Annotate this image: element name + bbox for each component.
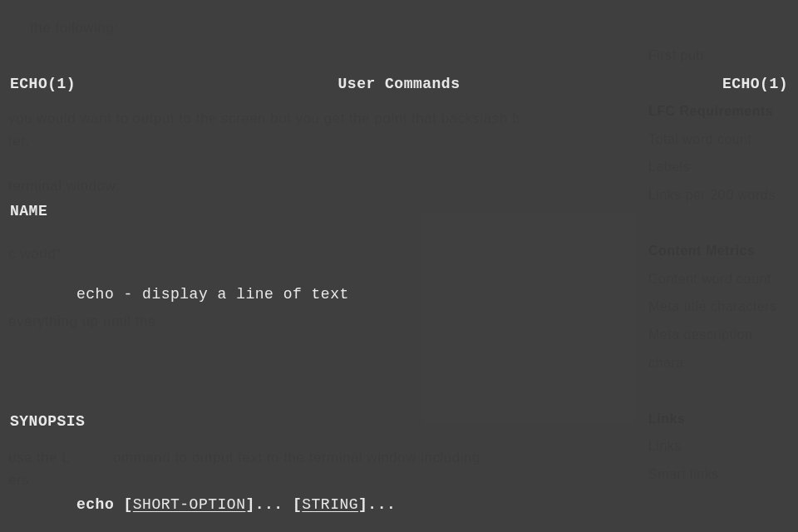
- synopsis-echo-label: echo [: [76, 496, 133, 513]
- manpage-header-left: ECHO(1): [10, 71, 76, 98]
- section-synopsis-head: SYNOPSIS: [10, 408, 788, 436]
- manpage-header-center: User Commands: [338, 71, 461, 98]
- section-name-head: NAME: [10, 198, 788, 225]
- synopsis-short-option: SHORT-OPTION: [133, 496, 246, 513]
- manpage-header-right: ECHO(1): [722, 71, 788, 98]
- synopsis-mid: ]... [: [245, 496, 302, 513]
- synopsis-post: ]...: [358, 496, 396, 513]
- man-page-overlay: ECHO(1) User Commands ECHO(1) NAME echo …: [0, 0, 798, 532]
- synopsis-string: STRING: [302, 496, 358, 513]
- section-name-body: echo - display a line of text: [76, 281, 788, 308]
- manpage-header: ECHO(1) User Commands ECHO(1): [10, 71, 788, 98]
- synopsis-line-1: echo [SHORT-OPTION]... [STRING]...: [76, 491, 788, 519]
